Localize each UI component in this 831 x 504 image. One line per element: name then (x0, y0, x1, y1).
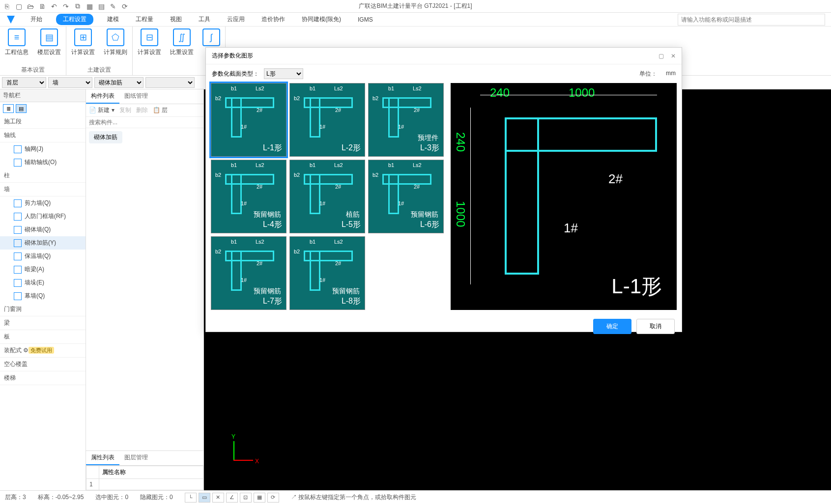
nav-item-masonry-reinf[interactable]: 砌体加筋(Y) (0, 236, 86, 250)
status-item: 选中图元：0 (95, 493, 128, 502)
tab-drawings[interactable]: 图纸管理 (119, 89, 153, 104)
menu-model[interactable]: 建模 (104, 14, 122, 25)
btn-weight[interactable]: ∬比重设置 (170, 28, 194, 66)
qa-icon[interactable]: ↶ (50, 2, 58, 10)
prop-cell[interactable] (99, 479, 203, 490)
qa-icon[interactable]: ↷ (62, 2, 70, 10)
component-panel: 构件列表 图纸管理 📄 新建 ▾ 复制 删除 📋 层 砌体加筋 属性列表 图层管… (86, 89, 204, 490)
nav-section[interactable]: 梁 (0, 316, 86, 330)
type-select[interactable]: L形 (264, 68, 303, 79)
nav-section[interactable]: 板 (0, 330, 86, 344)
status-item: 层高：3 (5, 493, 26, 502)
wall-icon (14, 226, 22, 234)
nav-item-hiddenbeam[interactable]: 暗梁(A) (0, 263, 86, 276)
menu-project-settings[interactable]: 工程设置 (56, 14, 93, 25)
menu-quantity[interactable]: 工程量 (133, 14, 156, 25)
cancel-button[interactable]: 取消 (636, 319, 675, 334)
menu-view[interactable]: 视图 (167, 14, 185, 25)
nav-section[interactable]: 楼梯 (0, 371, 86, 385)
tool-icon[interactable]: ✕ (212, 493, 224, 503)
shape-thumb[interactable]: b1 Ls2 b2 2# 1# 预留钢筋 L-6形 (368, 160, 444, 233)
tab-properties[interactable]: 属性列表 (86, 451, 119, 465)
quick-access-toolbar: ⎘ ▢ 🗁 🗎 ↶ ↷ ⧉ ▦ ▤ ✎ ⟳ 广联达BIM土建计量平台 GTJ20… (0, 0, 831, 13)
menu-collab[interactable]: 协同建模(限免) (299, 14, 344, 25)
shape-thumb[interactable]: b1 Ls2 b2 2# 1# L-2形 (289, 83, 365, 157)
group-label: 土建设置 (71, 65, 127, 74)
btn-floor-settings[interactable]: ▤楼层设置 (37, 28, 61, 65)
close-icon[interactable]: ✕ (671, 53, 676, 59)
shape-thumb[interactable]: b1 Ls2 b2 2# 1# 植筋 L-5形 (289, 160, 365, 233)
nav-section[interactable]: 施工段 (0, 115, 86, 129)
tool-icon[interactable]: ⊡ (240, 493, 252, 503)
subcategory-select[interactable]: 砌体加筋 (94, 77, 143, 88)
shape-thumb[interactable]: b1 Ls2 b2 2# 1# 预留钢筋 L-7形 (211, 236, 287, 310)
nav-item-auxaxis[interactable]: 辅助轴线(O) (0, 156, 86, 169)
extra-select[interactable] (145, 77, 195, 88)
nav-section[interactable]: 柱 (0, 169, 86, 183)
nav-section[interactable]: 墙 (0, 183, 86, 196)
nav-section[interactable]: 空心楼盖 (0, 358, 86, 371)
btn-project-info[interactable]: ≡工程信息 (5, 28, 29, 65)
nav-item-shearwall[interactable]: 剪力墙(Q) (0, 196, 86, 210)
btn-calc-settings[interactable]: ⊞计算设置 (71, 28, 95, 65)
menu-start[interactable]: 开始 (28, 14, 45, 25)
nav-section[interactable]: 轴线 (0, 129, 86, 142)
nav-item-insulwall[interactable]: 保温墙(Q) (0, 250, 86, 263)
qa-icon[interactable]: ⎘ (3, 2, 11, 10)
nav-item-axis[interactable]: 轴网(J) (0, 142, 86, 156)
qa-icon[interactable]: ▢ (15, 2, 23, 10)
menu-igms[interactable]: IGMS (355, 15, 376, 25)
status-item: 隐藏图元：0 (140, 493, 173, 502)
qa-icon[interactable]: ▦ (86, 2, 93, 10)
qa-icon[interactable]: ✎ (109, 2, 117, 10)
shape-thumb[interactable]: b1 Ls2 b2 2# 1# 预埋件 L-3形 (368, 83, 444, 157)
grid-icon (14, 159, 22, 167)
nav-item-pier[interactable]: 墙垛(E) (0, 276, 86, 289)
component-chip[interactable]: 砌体加筋 (89, 131, 122, 143)
qa-icon[interactable]: 🗁 (27, 2, 34, 10)
type-label: 参数化截面类型： (212, 70, 259, 78)
view-mode-tree-icon[interactable]: ≣ (3, 104, 14, 113)
parametric-shape-dialog: 选择参数化图形 ▢ ✕ 参数化截面类型： L形 单位： mm b1 Ls2 b2… (205, 47, 682, 332)
btn-calc-rules[interactable]: ⬠计算规则 (104, 28, 127, 65)
btn-layer[interactable]: 📋 层 (153, 106, 168, 114)
btn-calc-settings2[interactable]: ⊟计算设置 (138, 28, 161, 66)
tool-icon[interactable]: ▭ (199, 493, 210, 503)
dim-line (480, 95, 657, 95)
qa-icon[interactable]: ▤ (97, 2, 105, 10)
shape-thumb[interactable]: b1 Ls2 b2 2# 1# 预留钢筋 L-4形 (211, 160, 287, 233)
floor-select[interactable]: 首层 (2, 77, 46, 88)
menu-cloud[interactable]: 云应用 (224, 14, 248, 25)
nav-item-masonrywall[interactable]: 砌体墙(Q) (0, 223, 86, 236)
tool-icon[interactable]: ∠ (226, 493, 238, 503)
nav-section[interactable]: 门窗洞 (0, 303, 86, 316)
view-mode-list-icon[interactable]: ▤ (16, 104, 27, 113)
pier-icon (14, 279, 22, 287)
qa-icon[interactable]: ⟳ (121, 2, 129, 10)
nav-section-prefab[interactable]: 装配式 ⚙免费试用 (0, 344, 86, 358)
menu-cost[interactable]: 造价协作 (258, 14, 288, 25)
main-menu: 开始 工程设置 建模 工程量 视图 工具 云应用 造价协作 协同建模(限免) I… (0, 13, 831, 27)
tool-icon[interactable]: └ (185, 493, 197, 503)
global-search-input[interactable] (678, 14, 825, 26)
shape-thumb[interactable]: b1 Ls2 b2 2# 1# 预留钢筋 L-8形 (289, 236, 365, 310)
prop-row-num: 1 (86, 479, 99, 490)
tool-icon[interactable]: ▦ (254, 493, 265, 503)
ok-button[interactable]: 确定 (593, 319, 631, 334)
shape-thumb[interactable]: b1 Ls2 b2 2# 1# L-1形 (211, 83, 287, 157)
menu-tools[interactable]: 工具 (196, 14, 213, 25)
nav-item-curtainwall[interactable]: 幕墙(Q) (0, 289, 86, 303)
qa-icon[interactable]: ⧉ (74, 2, 82, 10)
nav-item-defensewall[interactable]: 人防门框墙(RF) (0, 210, 86, 223)
status-bar: 层高：3 标高：-0.05~2.95 选中图元：0 隐藏图元：0 └ ▭ ✕ ∠… (0, 490, 831, 504)
category-select[interactable]: 墙 (48, 77, 92, 88)
component-search-input[interactable] (86, 117, 203, 128)
btn-new[interactable]: 📄 新建 ▾ (89, 106, 115, 114)
maximize-icon[interactable]: ▢ (659, 53, 664, 59)
tab-components[interactable]: 构件列表 (86, 89, 119, 104)
qa-icon[interactable]: 🗎 (38, 2, 46, 10)
tool-icon[interactable]: ⟳ (267, 493, 279, 503)
shape-vertical (505, 117, 539, 275)
tab-layers[interactable]: 图层管理 (119, 451, 153, 465)
wall-icon (14, 199, 22, 207)
